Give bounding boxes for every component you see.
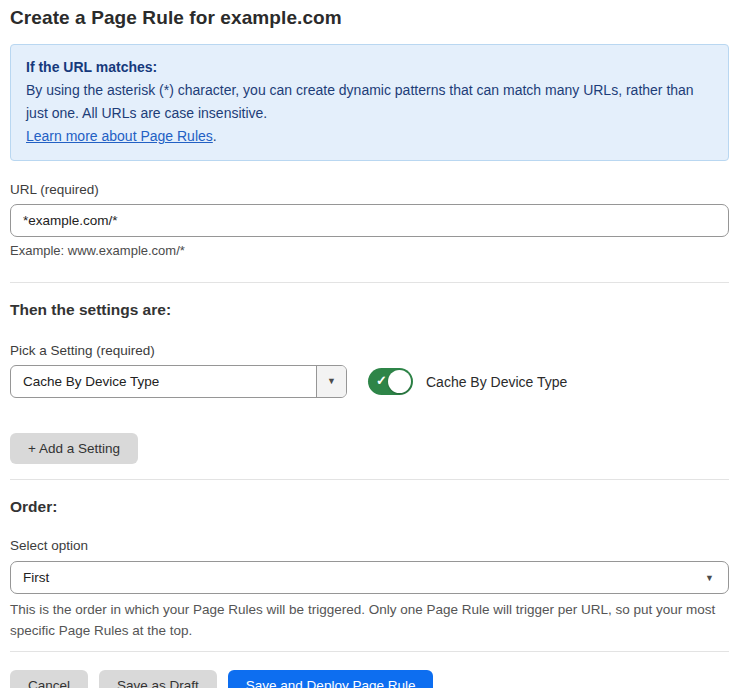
url-label: URL (required) [10,182,729,197]
info-banner-body: By using the asterisk (*) character, you… [26,79,713,125]
setting-picker-dropdown[interactable]: Cache By Device Type ▼ [10,365,347,398]
save-draft-button[interactable]: Save as Draft [99,670,217,688]
setting-picker-label: Pick a Setting (required) [10,343,729,358]
setting-picker-value: Cache By Device Type [11,366,316,397]
order-select-value: First [23,570,49,585]
order-select-label: Select option [10,538,729,553]
link-period: . [213,128,217,144]
url-match-info-banner: If the URL matches: By using the asteris… [10,44,729,161]
section-divider [10,479,729,480]
order-heading: Order: [10,498,729,516]
footer-buttons: Cancel Save as Draft Save and Deploy Pag… [10,670,729,688]
page-title: Create a Page Rule for example.com [10,7,729,29]
cancel-button[interactable]: Cancel [10,670,88,688]
order-help-text: This is the order in which your Page Rul… [10,599,722,641]
url-example-hint: Example: www.example.com/* [10,243,729,258]
info-banner-link-line: Learn more about Page Rules. [26,125,713,148]
setting-row: Cache By Device Type ▼ ✓ Cache By Device… [10,365,729,398]
section-divider [10,282,729,283]
setting-picker-arrow-button[interactable]: ▼ [316,366,346,397]
info-banner-heading: If the URL matches: [26,56,713,79]
cache-by-device-toggle[interactable]: ✓ [368,368,413,395]
caret-down-icon: ▼ [705,574,714,583]
section-divider [10,651,729,652]
toggle-knob [388,370,411,393]
url-input[interactable] [10,204,729,237]
order-select-dropdown[interactable]: First ▼ [10,561,729,594]
add-setting-button[interactable]: + Add a Setting [10,433,138,464]
caret-down-icon: ▼ [327,377,336,386]
page-rule-form: Create a Page Rule for example.com If th… [10,0,729,688]
settings-heading: Then the settings are: [10,301,729,319]
page-rules-link[interactable]: Learn more about Page Rules [26,128,213,144]
toggle-setting-label: Cache By Device Type [426,374,567,390]
check-icon: ✓ [376,374,387,387]
save-deploy-button[interactable]: Save and Deploy Page Rule [228,670,434,688]
